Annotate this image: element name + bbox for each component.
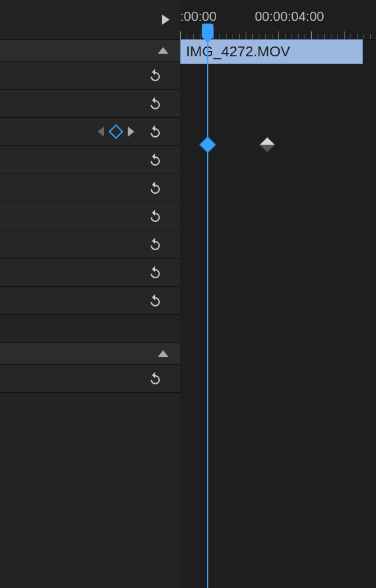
property-row [0, 202, 180, 230]
clip-name: IMG_4272.MOV [186, 43, 290, 60]
reset-icon[interactable] [147, 293, 163, 308]
timeline-area[interactable]: :00:00 00:00:04:00 IMG_4272.MOV 取り消しカットコ… [180, 0, 376, 588]
play-icon[interactable] [162, 14, 170, 25]
reset-icon[interactable] [147, 265, 163, 280]
property-row [0, 90, 180, 118]
section-twirl[interactable] [0, 343, 180, 365]
time-label: :00:00 [180, 9, 217, 24]
section-twirl[interactable] [0, 40, 180, 62]
reset-icon[interactable] [147, 371, 163, 386]
playhead[interactable] [202, 24, 214, 38]
chevron-up-icon [158, 47, 168, 54]
property-row [0, 230, 180, 259]
reset-icon[interactable] [147, 208, 163, 224]
property-row [0, 259, 180, 287]
keyframe-track[interactable] [180, 131, 376, 158]
toggle-keyframe-icon[interactable] [109, 124, 124, 139]
property-row-keyframed [0, 118, 180, 146]
next-keyframe-icon[interactable] [128, 126, 134, 137]
reset-icon[interactable] [147, 152, 163, 168]
playhead-line [207, 38, 208, 588]
reset-icon[interactable] [147, 96, 163, 111]
property-row [0, 365, 180, 393]
reset-icon[interactable] [147, 67, 163, 83]
property-row [0, 62, 180, 90]
time-label: 00:00:04:00 [255, 9, 324, 24]
property-row-empty [0, 315, 180, 343]
property-row [0, 174, 180, 202]
property-row [0, 146, 180, 174]
keyframe-navigator [98, 126, 134, 137]
property-row [0, 287, 180, 315]
chevron-up-icon [158, 350, 168, 357]
reset-icon[interactable] [147, 236, 163, 252]
property-panel [0, 0, 180, 588]
keyframe-diamond[interactable] [259, 136, 275, 153]
reset-icon[interactable] [147, 180, 163, 196]
prev-keyframe-icon[interactable] [98, 126, 104, 137]
keyframe-diamond[interactable] [199, 136, 216, 153]
panel-header [0, 0, 180, 40]
reset-icon[interactable] [147, 124, 163, 139]
